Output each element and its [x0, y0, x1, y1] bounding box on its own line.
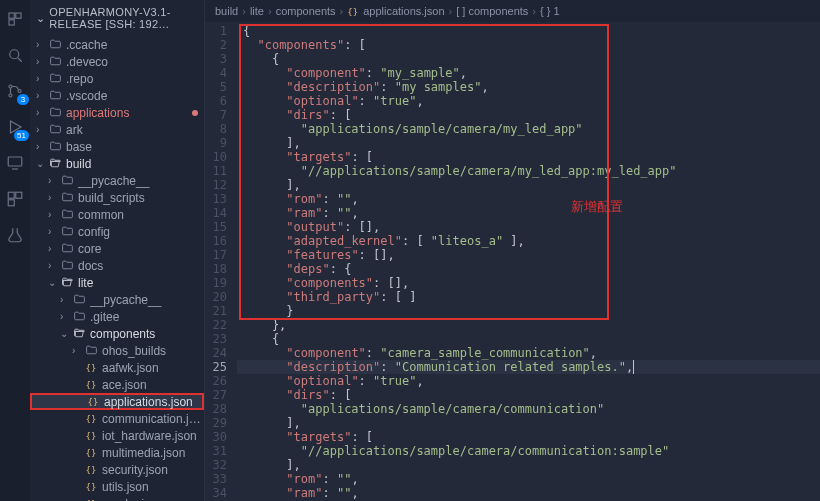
code-line[interactable]: "applications/sample/camera/communicatio… — [237, 402, 820, 416]
tree-item-label: build_scripts — [78, 191, 204, 205]
code-line[interactable]: "adapted_kernel": [ "liteos_a" ], — [237, 234, 820, 248]
tree-folder[interactable]: ›.deveco — [30, 53, 204, 70]
code-line[interactable]: "description": "Communication related sa… — [237, 360, 820, 374]
breadcrumb-item[interactable]: build — [215, 5, 238, 17]
tree-file[interactable]: {}ace.json — [30, 376, 204, 393]
code-line[interactable]: "dirs": [ — [237, 388, 820, 402]
extensions-icon[interactable] — [4, 188, 26, 210]
code-line[interactable]: }, — [237, 318, 820, 332]
tree-file[interactable]: {}communication.json — [30, 410, 204, 427]
code-line[interactable]: "component": "my_sample", — [237, 66, 820, 80]
scm-icon[interactable]: 3 — [4, 80, 26, 102]
breadcrumb-item[interactable]: [ ] components — [456, 5, 528, 17]
code-line[interactable]: "component": "camera_sample_communicatio… — [237, 346, 820, 360]
code-line[interactable]: "targets": [ — [237, 150, 820, 164]
tree-item-label: __pycache__ — [78, 174, 204, 188]
breadcrumb-item[interactable]: components — [276, 5, 336, 17]
tree-folder[interactable]: ›common — [30, 206, 204, 223]
code-line[interactable]: "deps": { — [237, 262, 820, 276]
tree-item-label: aafwk.json — [102, 361, 204, 375]
code-line[interactable]: "dirs": [ — [237, 108, 820, 122]
code-line[interactable]: "ram": "", — [237, 486, 820, 500]
code-line[interactable]: "components": [], — [237, 276, 820, 290]
file-tree: ›.ccache›.deveco›.repo›.vscode›applicati… — [30, 36, 204, 501]
code-line[interactable]: "components": [ — [237, 38, 820, 52]
code-line[interactable]: { — [237, 52, 820, 66]
tree-folder[interactable]: ›.gitee — [30, 308, 204, 325]
code-line[interactable]: ], — [237, 458, 820, 472]
tree-item-label: common — [78, 208, 204, 222]
tree-folder[interactable]: ›__pycache__ — [30, 172, 204, 189]
tree-folder[interactable]: ⌄build — [30, 155, 204, 172]
code-line[interactable]: "description": "my samples", — [237, 80, 820, 94]
code-line[interactable]: "//applications/sample/camera/communicat… — [237, 444, 820, 458]
tree-item-label: ace.json — [102, 378, 204, 392]
code-line[interactable]: "features": [], — [237, 248, 820, 262]
code-line[interactable]: "ram": "", — [237, 206, 820, 220]
breadcrumb[interactable]: build›lite›components›{} applications.js… — [205, 0, 820, 22]
tree-folder[interactable]: ›applications — [30, 104, 204, 121]
tree-folder[interactable]: ›.vscode — [30, 87, 204, 104]
editor[interactable]: 1234567891011121314151617181920212223242… — [205, 22, 820, 501]
tree-folder[interactable]: ›docs — [30, 257, 204, 274]
tree-file[interactable]: {}security.json — [30, 461, 204, 478]
code-line[interactable]: "//applications/sample/camera/my_led_app… — [237, 164, 820, 178]
code-line[interactable]: } — [237, 304, 820, 318]
testing-icon[interactable] — [4, 224, 26, 246]
tree-folder[interactable]: ›build_scripts — [30, 189, 204, 206]
tree-item-label: .deveco — [66, 55, 204, 69]
tree-folder[interactable]: ›base — [30, 138, 204, 155]
breadcrumb-item[interactable]: { } 1 — [540, 5, 560, 17]
code-line[interactable]: "targets": [ — [237, 430, 820, 444]
remote-icon[interactable] — [4, 152, 26, 174]
code-area[interactable]: 新增配置 { "components": [ { "component": "m… — [237, 22, 820, 501]
tree-file[interactable]: {}utils.json — [30, 478, 204, 495]
search-icon[interactable] — [4, 44, 26, 66]
svg-point-7 — [18, 90, 21, 93]
code-line[interactable]: ], — [237, 416, 820, 430]
svg-rect-11 — [8, 192, 14, 198]
code-line[interactable]: "optional": "true", — [237, 94, 820, 108]
code-line[interactable]: { — [237, 24, 820, 38]
tree-file[interactable]: {}iot_hardware.json — [30, 427, 204, 444]
code-line[interactable]: ], — [237, 178, 820, 192]
tree-folder[interactable]: ›ohos_builds — [30, 342, 204, 359]
tree-folder[interactable]: ›.repo — [30, 70, 204, 87]
tree-item-label: security.json — [102, 463, 204, 477]
tree-item-label: applications.json — [104, 395, 202, 409]
scm-badge: 3 — [17, 94, 29, 105]
svg-point-5 — [9, 85, 12, 88]
tree-folder[interactable]: ›ark — [30, 121, 204, 138]
tree-item-label: components — [90, 327, 204, 341]
run-icon[interactable]: 51 — [4, 116, 26, 138]
breadcrumb-item[interactable]: {} applications.json — [347, 5, 444, 17]
code-line[interactable]: { — [237, 332, 820, 346]
tree-item-label: communication.json — [102, 412, 204, 426]
tree-folder[interactable]: ⌄components — [30, 325, 204, 342]
gutter: 1234567891011121314151617181920212223242… — [205, 22, 237, 501]
tree-folder[interactable]: ⌄lite — [30, 274, 204, 291]
code-line[interactable]: "third_party": [ ] — [237, 290, 820, 304]
explorer-icon[interactable] — [4, 8, 26, 30]
tree-folder[interactable]: ›config — [30, 223, 204, 240]
tree-item-label: build — [66, 157, 204, 171]
svg-rect-2 — [9, 20, 14, 25]
breadcrumb-item[interactable]: lite — [250, 5, 264, 17]
tree-folder[interactable]: ›.ccache — [30, 36, 204, 53]
tree-file[interactable]: {}multimedia.json — [30, 444, 204, 461]
tree-item-label: .ccache — [66, 38, 204, 52]
svg-point-3 — [10, 50, 19, 59]
tree-file[interactable]: {}applications.json — [30, 393, 204, 410]
tree-folder[interactable]: ›core — [30, 240, 204, 257]
tree-folder[interactable]: ›__pycache__ — [30, 291, 204, 308]
code-line[interactable]: "applications/sample/camera/my_led_app" — [237, 122, 820, 136]
code-line[interactable]: "rom": "", — [237, 472, 820, 486]
tree-file[interactable]: {}vendor.json — [30, 495, 204, 501]
code-line[interactable]: "rom": "", — [237, 192, 820, 206]
sidebar-header[interactable]: ⌄ OPENHARMONY-V3.1-RELEASE [SSH: 192… — [30, 0, 204, 36]
tree-file[interactable]: {}aafwk.json — [30, 359, 204, 376]
code-line[interactable]: "optional": "true", — [237, 374, 820, 388]
code-line[interactable]: ], — [237, 136, 820, 150]
project-title: OPENHARMONY-V3.1-RELEASE [SSH: 192… — [49, 6, 198, 30]
code-line[interactable]: "output": [], — [237, 220, 820, 234]
